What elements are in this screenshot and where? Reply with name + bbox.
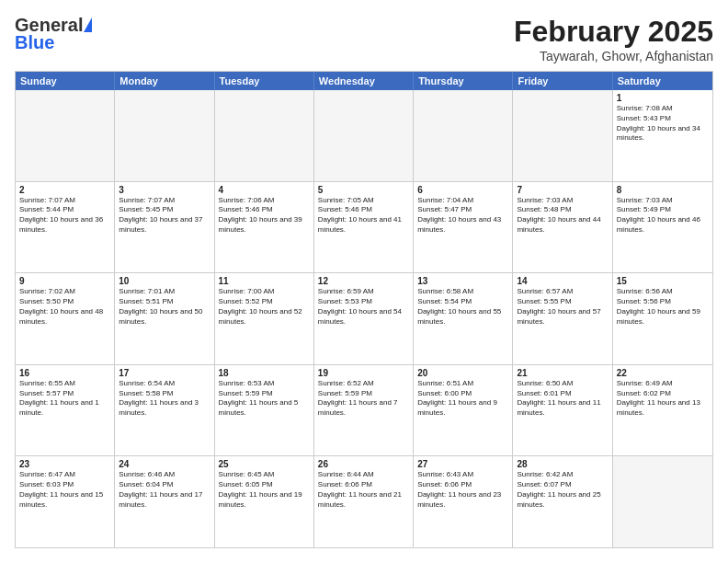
calendar-cell: 9Sunrise: 7:02 AM Sunset: 5:50 PM Daylig… xyxy=(16,273,115,364)
calendar-cell: 2Sunrise: 7:07 AM Sunset: 5:44 PM Daylig… xyxy=(16,182,115,273)
cell-text: Sunrise: 6:50 AM Sunset: 6:01 PM Dayligh… xyxy=(517,379,608,419)
day-number: 19 xyxy=(318,368,409,378)
cell-text: Sunrise: 6:44 AM Sunset: 6:06 PM Dayligh… xyxy=(318,470,409,510)
cell-text: Sunrise: 7:05 AM Sunset: 5:46 PM Dayligh… xyxy=(318,196,409,236)
day-number: 12 xyxy=(318,276,409,286)
cell-text: Sunrise: 7:01 AM Sunset: 5:51 PM Dayligh… xyxy=(119,287,210,327)
calendar-cell: 21Sunrise: 6:50 AM Sunset: 6:01 PM Dayli… xyxy=(513,365,612,456)
cell-text: Sunrise: 6:52 AM Sunset: 5:59 PM Dayligh… xyxy=(318,379,409,419)
calendar-row: 23Sunrise: 6:47 AM Sunset: 6:03 PM Dayli… xyxy=(16,456,712,547)
cell-text: Sunrise: 6:47 AM Sunset: 6:03 PM Dayligh… xyxy=(19,470,110,510)
weekday-header: Thursday xyxy=(414,72,513,90)
logo-blue: Blue xyxy=(15,32,54,53)
location-title: Taywarah, Ghowr, Afghanistan xyxy=(514,49,713,63)
day-number: 28 xyxy=(517,459,608,469)
title-block: February 2025 Taywarah, Ghowr, Afghanist… xyxy=(514,15,713,63)
day-number: 20 xyxy=(417,368,508,378)
calendar-cell: 22Sunrise: 6:49 AM Sunset: 6:02 PM Dayli… xyxy=(613,365,712,456)
calendar-cell: 26Sunrise: 6:44 AM Sunset: 6:06 PM Dayli… xyxy=(314,456,414,547)
day-number: 27 xyxy=(417,459,508,469)
calendar-row: 2Sunrise: 7:07 AM Sunset: 5:44 PM Daylig… xyxy=(16,182,712,274)
day-number: 22 xyxy=(617,368,709,378)
calendar-cell: 14Sunrise: 6:57 AM Sunset: 5:55 PM Dayli… xyxy=(513,273,612,364)
day-number: 7 xyxy=(517,185,608,195)
calendar-body: 1Sunrise: 7:08 AM Sunset: 5:43 PM Daylig… xyxy=(16,90,712,547)
cell-text: Sunrise: 7:00 AM Sunset: 5:52 PM Dayligh… xyxy=(219,287,310,327)
cell-text: Sunrise: 6:58 AM Sunset: 5:54 PM Dayligh… xyxy=(417,287,508,327)
calendar-cell: 4Sunrise: 7:06 AM Sunset: 5:46 PM Daylig… xyxy=(215,182,314,273)
day-number: 8 xyxy=(617,185,709,195)
day-number: 13 xyxy=(417,276,508,286)
day-number: 24 xyxy=(119,459,210,469)
header: General Blue February 2025 Taywarah, Gho… xyxy=(15,15,713,63)
cell-text: Sunrise: 7:07 AM Sunset: 5:45 PM Dayligh… xyxy=(119,196,210,236)
weekday-header: Wednesday xyxy=(314,72,414,90)
day-number: 1 xyxy=(617,93,709,103)
cell-text: Sunrise: 6:55 AM Sunset: 5:57 PM Dayligh… xyxy=(19,379,110,419)
day-number: 16 xyxy=(19,368,110,378)
day-number: 2 xyxy=(19,185,110,195)
calendar-cell xyxy=(513,90,612,181)
month-title: February 2025 xyxy=(514,15,713,49)
day-number: 3 xyxy=(119,185,210,195)
day-number: 15 xyxy=(617,276,709,286)
calendar-row: 16Sunrise: 6:55 AM Sunset: 5:57 PM Dayli… xyxy=(16,365,712,457)
calendar-cell: 11Sunrise: 7:00 AM Sunset: 5:52 PM Dayli… xyxy=(215,273,314,364)
calendar-cell: 20Sunrise: 6:51 AM Sunset: 6:00 PM Dayli… xyxy=(414,365,513,456)
weekday-header: Saturday xyxy=(613,72,712,90)
page: General Blue February 2025 Taywarah, Gho… xyxy=(0,0,728,563)
calendar-cell: 8Sunrise: 7:03 AM Sunset: 5:49 PM Daylig… xyxy=(613,182,712,273)
day-number: 4 xyxy=(219,185,310,195)
cell-text: Sunrise: 6:56 AM Sunset: 5:56 PM Dayligh… xyxy=(617,287,709,327)
cell-text: Sunrise: 6:59 AM Sunset: 5:53 PM Dayligh… xyxy=(318,287,409,327)
day-number: 18 xyxy=(219,368,310,378)
calendar-row: 9Sunrise: 7:02 AM Sunset: 5:50 PM Daylig… xyxy=(16,273,712,365)
day-number: 17 xyxy=(119,368,210,378)
weekday-header: Sunday xyxy=(16,72,115,90)
cell-text: Sunrise: 6:51 AM Sunset: 6:00 PM Dayligh… xyxy=(417,379,508,419)
cell-text: Sunrise: 6:57 AM Sunset: 5:55 PM Dayligh… xyxy=(517,287,608,327)
calendar-cell xyxy=(414,90,513,181)
calendar-cell: 23Sunrise: 6:47 AM Sunset: 6:03 PM Dayli… xyxy=(16,456,115,547)
day-number: 6 xyxy=(417,185,508,195)
weekday-header: Friday xyxy=(513,72,612,90)
day-number: 21 xyxy=(517,368,608,378)
calendar-cell: 28Sunrise: 6:42 AM Sunset: 6:07 PM Dayli… xyxy=(513,456,612,547)
calendar-cell: 18Sunrise: 6:53 AM Sunset: 5:59 PM Dayli… xyxy=(215,365,314,456)
cell-text: Sunrise: 6:53 AM Sunset: 5:59 PM Dayligh… xyxy=(219,379,310,419)
calendar-cell: 12Sunrise: 6:59 AM Sunset: 5:53 PM Dayli… xyxy=(314,273,414,364)
calendar-cell xyxy=(16,90,115,181)
calendar-cell: 6Sunrise: 7:04 AM Sunset: 5:47 PM Daylig… xyxy=(414,182,513,273)
weekday-header: Tuesday xyxy=(215,72,314,90)
day-number: 23 xyxy=(19,459,110,469)
calendar-cell: 7Sunrise: 7:03 AM Sunset: 5:48 PM Daylig… xyxy=(513,182,612,273)
calendar-cell xyxy=(115,90,214,181)
cell-text: Sunrise: 6:42 AM Sunset: 6:07 PM Dayligh… xyxy=(517,470,608,510)
cell-text: Sunrise: 7:02 AM Sunset: 5:50 PM Dayligh… xyxy=(19,287,110,327)
calendar: SundayMondayTuesdayWednesdayThursdayFrid… xyxy=(15,71,713,548)
calendar-cell: 5Sunrise: 7:05 AM Sunset: 5:46 PM Daylig… xyxy=(314,182,414,273)
logo-triangle-icon xyxy=(84,17,92,32)
calendar-cell xyxy=(314,90,414,181)
calendar-cell: 13Sunrise: 6:58 AM Sunset: 5:54 PM Dayli… xyxy=(414,273,513,364)
calendar-row: 1Sunrise: 7:08 AM Sunset: 5:43 PM Daylig… xyxy=(16,90,712,182)
calendar-cell: 1Sunrise: 7:08 AM Sunset: 5:43 PM Daylig… xyxy=(613,90,712,181)
cell-text: Sunrise: 7:03 AM Sunset: 5:48 PM Dayligh… xyxy=(517,196,608,236)
cell-text: Sunrise: 7:04 AM Sunset: 5:47 PM Dayligh… xyxy=(417,196,508,236)
cell-text: Sunrise: 6:54 AM Sunset: 5:58 PM Dayligh… xyxy=(119,379,210,419)
day-number: 26 xyxy=(318,459,409,469)
day-number: 11 xyxy=(219,276,310,286)
calendar-cell: 17Sunrise: 6:54 AM Sunset: 5:58 PM Dayli… xyxy=(115,365,214,456)
day-number: 5 xyxy=(318,185,409,195)
cell-text: Sunrise: 7:07 AM Sunset: 5:44 PM Dayligh… xyxy=(19,196,110,236)
calendar-cell: 27Sunrise: 6:43 AM Sunset: 6:06 PM Dayli… xyxy=(414,456,513,547)
weekday-header: Monday xyxy=(115,72,214,90)
cell-text: Sunrise: 6:43 AM Sunset: 6:06 PM Dayligh… xyxy=(417,470,508,510)
day-number: 25 xyxy=(219,459,310,469)
cell-text: Sunrise: 6:46 AM Sunset: 6:04 PM Dayligh… xyxy=(119,470,210,510)
calendar-cell: 24Sunrise: 6:46 AM Sunset: 6:04 PM Dayli… xyxy=(115,456,214,547)
calendar-cell: 16Sunrise: 6:55 AM Sunset: 5:57 PM Dayli… xyxy=(16,365,115,456)
logo: General Blue xyxy=(15,15,92,53)
cell-text: Sunrise: 7:08 AM Sunset: 5:43 PM Dayligh… xyxy=(617,104,709,144)
calendar-cell: 10Sunrise: 7:01 AM Sunset: 5:51 PM Dayli… xyxy=(115,273,214,364)
